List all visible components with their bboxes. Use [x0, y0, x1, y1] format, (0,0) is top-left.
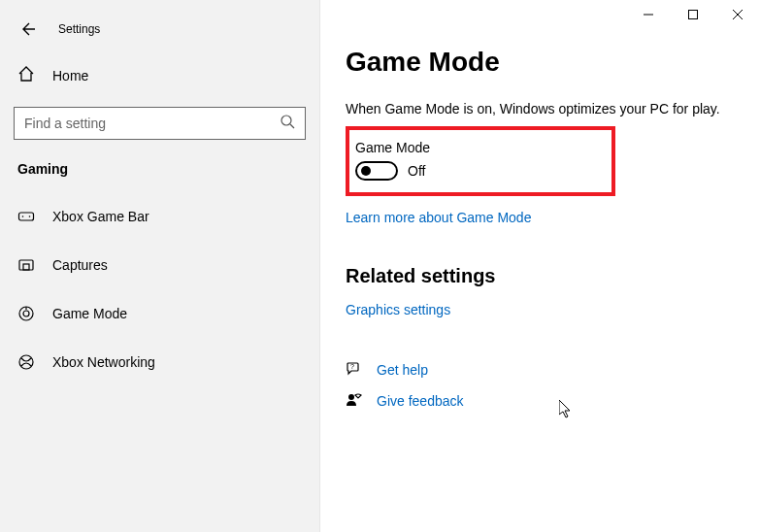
get-help-link[interactable]: Get help	[377, 362, 428, 378]
graphics-settings-link[interactable]: Graphics settings	[346, 302, 450, 317]
search-input[interactable]	[24, 116, 280, 131]
sidebar-item-label: Xbox Game Bar	[52, 209, 149, 224]
sidebar-item-game-mode[interactable]: Game Mode	[0, 291, 319, 336]
game-bar-icon	[17, 208, 35, 225]
toggle-knob	[361, 166, 371, 176]
toggle-state: Off	[408, 163, 425, 179]
highlight-box: Game Mode Off	[346, 126, 615, 196]
content-area: Game Mode When Game Mode is on, Windows …	[320, 0, 760, 532]
feedback-icon	[346, 392, 363, 410]
search-box[interactable]	[14, 107, 306, 140]
svg-text:?: ?	[350, 363, 354, 370]
home-icon	[17, 65, 35, 86]
sidebar-item-xbox-networking[interactable]: Xbox Networking	[0, 340, 319, 384]
svg-point-14	[19, 355, 33, 369]
get-help-icon: ?	[346, 361, 363, 379]
sidebar-item-captures[interactable]: Captures	[0, 243, 319, 287]
page-description: When Game Mode is on, Windows optimizes …	[346, 101, 760, 116]
sidebar-item-label: Game Mode	[52, 306, 127, 321]
xbox-networking-icon	[17, 353, 35, 371]
svg-point-4	[281, 116, 291, 125]
svg-rect-10	[23, 264, 29, 270]
svg-point-16	[348, 394, 354, 400]
page-title: Game Mode	[346, 47, 760, 78]
svg-point-8	[29, 216, 31, 217]
svg-rect-6	[19, 213, 34, 220]
sidebar: Settings Home Gaming Xbox Game Bar Captu…	[0, 0, 320, 532]
related-settings-header: Related settings	[346, 265, 760, 287]
svg-rect-9	[19, 260, 33, 270]
svg-point-7	[22, 216, 24, 217]
home-nav[interactable]: Home	[0, 56, 319, 95]
svg-line-5	[290, 124, 294, 128]
back-button[interactable]	[17, 19, 37, 39]
sidebar-item-label: Captures	[52, 257, 108, 273]
sidebar-item-xbox-game-bar[interactable]: Xbox Game Bar	[0, 194, 319, 239]
category-header: Gaming	[0, 140, 319, 190]
game-mode-toggle[interactable]	[355, 161, 398, 181]
toggle-label: Game Mode	[355, 140, 602, 155]
game-mode-icon	[17, 305, 35, 322]
home-label: Home	[52, 68, 88, 83]
learn-more-link[interactable]: Learn more about Game Mode	[346, 210, 531, 225]
search-icon	[280, 114, 295, 133]
sidebar-item-label: Xbox Networking	[52, 354, 155, 370]
captures-icon	[17, 256, 35, 274]
give-feedback-link[interactable]: Give feedback	[377, 393, 464, 409]
svg-point-12	[23, 311, 29, 316]
app-title: Settings	[58, 22, 100, 36]
